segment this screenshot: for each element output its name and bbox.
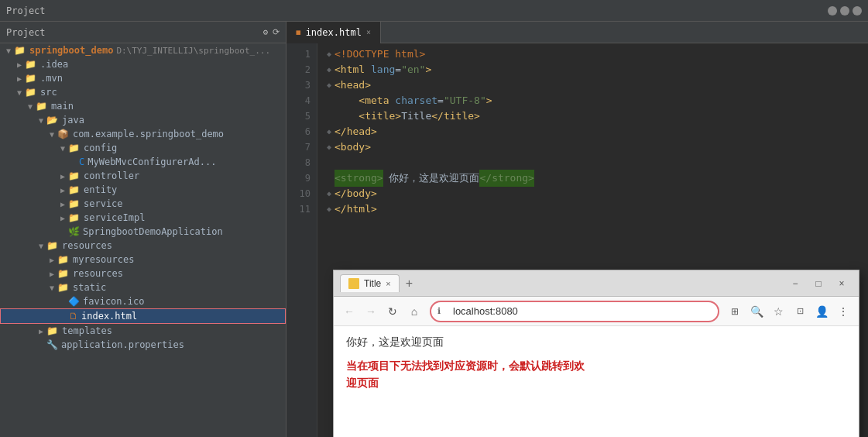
tree-item-myresources[interactable]: ▶ 📁 myresources bbox=[0, 253, 286, 267]
tree-label-controller: controller bbox=[84, 170, 139, 181]
settings-icon[interactable]: ⟳ bbox=[273, 27, 280, 37]
gutter-arrow bbox=[327, 170, 331, 186]
tree-label-templates: templates bbox=[62, 325, 112, 336]
tree-label-idea: .idea bbox=[40, 59, 68, 70]
tree-item-controller[interactable]: ▶ 📁 controller bbox=[0, 169, 286, 183]
code-line-2: ◆ <html lang = "en" > bbox=[327, 62, 868, 77]
code-token: <!DOCTYPE html> bbox=[335, 46, 425, 62]
tree-item-resources2[interactable]: ▶ 📁 resources bbox=[0, 267, 286, 280]
html-file-icon: 🗋 bbox=[69, 311, 78, 322]
tree-item-templates[interactable]: ▶ 📁 templates bbox=[0, 324, 286, 338]
tree-item-service[interactable]: ▶ 📁 service bbox=[0, 197, 286, 211]
tree-item-src[interactable]: ▼ 📁 src bbox=[0, 85, 286, 99]
code-line-9: <strong> 你好，这是欢迎页面 </strong> bbox=[327, 170, 868, 186]
tree-item-resources[interactable]: ▼ 📁 resources bbox=[0, 239, 286, 253]
folder-icon: 📁 bbox=[68, 212, 81, 223]
tree-item-main[interactable]: ▼ 📁 main bbox=[0, 99, 286, 113]
gutter-arrow: ◆ bbox=[327, 124, 331, 139]
browser-forward-btn[interactable]: → bbox=[362, 302, 380, 321]
browser-win-controls: − □ × bbox=[784, 273, 853, 294]
arrow-collapsed-icon: ▶ bbox=[46, 256, 57, 264]
code-token: <body> bbox=[335, 139, 371, 155]
package-icon: 📦 bbox=[57, 129, 70, 139]
tree-label-static: static bbox=[73, 282, 106, 293]
tree-label-com: com.example.springboot_demo bbox=[73, 129, 224, 139]
tab-label: index.html bbox=[306, 27, 362, 38]
arrow-icon: ▼ bbox=[3, 46, 14, 55]
arrow-expanded-icon: ▼ bbox=[46, 130, 57, 139]
tree-label-indexhtml: index.html bbox=[81, 311, 137, 322]
tab-indexhtml[interactable]: ◼ index.html × bbox=[286, 22, 381, 43]
tree-item-mvn[interactable]: ▶ 📁 .mvn bbox=[0, 71, 286, 85]
tree-label-mywebmvc: MyWebMvcConfigurerAd... bbox=[87, 157, 216, 167]
tab-close-icon[interactable]: × bbox=[366, 28, 371, 36]
tree-item-serviceimpl[interactable]: ▶ 📁 serviceImpl bbox=[0, 211, 286, 225]
tree-label-src: src bbox=[40, 87, 57, 98]
browser-extra-icons: ⊞ 🔍 ☆ ⊡ 👤 ⋮ bbox=[726, 302, 853, 321]
browser-minimize-btn[interactable]: − bbox=[784, 273, 806, 294]
tree-label-service: service bbox=[84, 198, 123, 209]
tree-item-springbootapp[interactable]: ▶ 🌿 SpringbootDemoApplication bbox=[0, 225, 286, 239]
tree-item-indexhtml[interactable]: ▶ 🗋 index.html bbox=[0, 308, 286, 324]
browser-new-tab-btn[interactable]: + bbox=[406, 277, 413, 291]
browser-tab-close[interactable]: × bbox=[386, 279, 390, 288]
code-line-1: ◆ <!DOCTYPE html> bbox=[327, 46, 868, 62]
tree-label-java: java bbox=[62, 115, 84, 126]
browser-title-bar: Title × + − □ × bbox=[334, 270, 859, 297]
browser-content: 你好，这是欢迎页面 当在项目下无法找到对应资源时，会默认跳转到欢迎页面 bbox=[334, 326, 859, 437]
tab-bar: ◼ index.html × bbox=[286, 22, 868, 43]
tree-item-config[interactable]: ▼ 📁 config bbox=[0, 141, 286, 155]
main-layout: Project ⚙ ⟳ ▼ 📁 springboot_demo D:\TYJ_I… bbox=[0, 22, 868, 437]
browser-translate-icon[interactable]: ⊞ bbox=[726, 302, 744, 321]
tree-label-myresources: myresources bbox=[73, 254, 134, 265]
tree-item-entity[interactable]: ▶ 📁 entity bbox=[0, 183, 286, 197]
browser-menu-icon[interactable]: ⋮ bbox=[834, 302, 853, 321]
arrow-collapsed-icon: ▶ bbox=[14, 60, 25, 69]
tree-item-idea[interactable]: ▶ 📁 .idea bbox=[0, 57, 286, 71]
arrow-expanded-icon: ▼ bbox=[25, 102, 36, 111]
gutter-arrow bbox=[327, 93, 331, 108]
code-token: </html> bbox=[335, 201, 377, 217]
tree-label-resources2: resources bbox=[73, 268, 123, 279]
tree-item-favicon[interactable]: ▶ 🔷 favicon.ico bbox=[0, 294, 286, 308]
folder-java-icon: 📂 bbox=[46, 115, 59, 126]
code-line-11: ◆ </html> bbox=[327, 201, 868, 217]
folder-icon: 📁 bbox=[68, 143, 81, 153]
code-line-10: ◆ </body> bbox=[327, 186, 868, 201]
browser-profile-icon[interactable]: 👤 bbox=[812, 302, 831, 321]
folder-icon: 📁 bbox=[57, 282, 70, 293]
browser-refresh-btn[interactable]: ↻ bbox=[383, 302, 402, 321]
browser-bookmark-icon[interactable]: ☆ bbox=[769, 302, 787, 321]
browser-annotation: 当在项目下无法找到对应资源时，会默认跳转到欢迎页面 bbox=[346, 357, 846, 392]
browser-close-btn[interactable]: × bbox=[831, 273, 853, 294]
code-token: = bbox=[437, 93, 444, 108]
browser-back-btn[interactable]: ← bbox=[340, 302, 359, 321]
tree-label-main: main bbox=[51, 101, 74, 112]
maximize-icon[interactable] bbox=[840, 6, 849, 15]
tree-item-appprops[interactable]: ▶ 🔧 application.properties bbox=[0, 338, 286, 352]
arrow-expanded-icon: ▼ bbox=[14, 88, 25, 97]
folder-icon: 📁 bbox=[46, 240, 59, 251]
close-icon[interactable] bbox=[853, 6, 862, 15]
tree-item-mywebmvc[interactable]: ▶ C MyWebMvcConfigurerAd... bbox=[0, 155, 286, 169]
browser-nav-bar: ← → ↻ ⌂ ℹ localhost:8080 ⊞ 🔍 ☆ ⊡ 👤 ⋮ bbox=[334, 297, 859, 326]
tree-item-com[interactable]: ▼ 📦 com.example.springboot_demo bbox=[0, 127, 286, 141]
tree-label-entity: entity bbox=[84, 184, 117, 195]
code-token: = bbox=[395, 62, 401, 77]
folder-icon: 📁 bbox=[68, 184, 81, 195]
browser-maximize-btn[interactable]: □ bbox=[808, 273, 829, 294]
browser-search-icon[interactable]: 🔍 bbox=[747, 302, 766, 321]
tree-item-springboot-demo[interactable]: ▼ 📁 springboot_demo D:\TYJ_INTELLIJ\spri… bbox=[0, 43, 286, 57]
tree-item-static[interactable]: ▼ 📁 static bbox=[0, 280, 286, 294]
browser-tab-title[interactable]: Title × bbox=[340, 274, 400, 292]
browser-screenshot-icon[interactable]: ⊡ bbox=[791, 302, 809, 321]
browser-page-text: 你好，这是欢迎页面 bbox=[346, 335, 846, 349]
tree-item-java[interactable]: ▼ 📂 java bbox=[0, 113, 286, 127]
minimize-icon[interactable] bbox=[828, 6, 837, 15]
address-bar[interactable]: ℹ localhost:8080 bbox=[430, 301, 719, 322]
tree-label-favicon: favicon.ico bbox=[83, 296, 144, 307]
arrow-collapsed-icon: ▶ bbox=[14, 74, 25, 83]
folder-icon: 📁 bbox=[25, 73, 37, 84]
gear-icon[interactable]: ⚙ bbox=[262, 27, 268, 37]
browser-home-btn[interactable]: ⌂ bbox=[405, 302, 424, 321]
